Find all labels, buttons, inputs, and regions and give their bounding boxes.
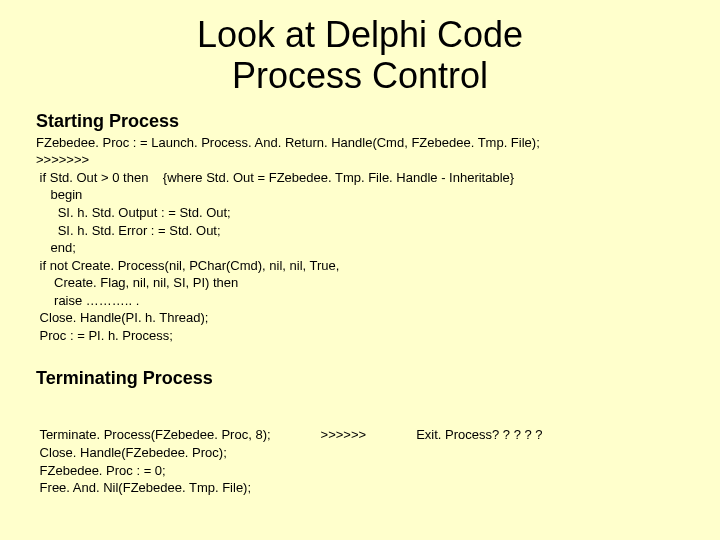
terminating-code: Terminate. Process(FZebedee. Proc, 8); C…: [36, 391, 690, 531]
title-line-2: Process Control: [232, 55, 488, 96]
starting-heading: Starting Process: [36, 111, 690, 132]
slide-title: Look at Delphi Code Process Control: [30, 14, 690, 97]
terminating-col2: >>>>>>: [321, 426, 367, 496]
terminating-col3: Exit. Process? ? ? ? ?: [416, 426, 542, 496]
terminating-heading: Terminating Process: [36, 368, 690, 389]
starting-code: FZebedee. Proc : = Launch. Process. And.…: [36, 134, 690, 345]
slide: Look at Delphi Code Process Control Star…: [0, 0, 720, 540]
terminating-col1: Terminate. Process(FZebedee. Proc, 8); C…: [36, 426, 271, 496]
title-line-1: Look at Delphi Code: [197, 14, 523, 55]
